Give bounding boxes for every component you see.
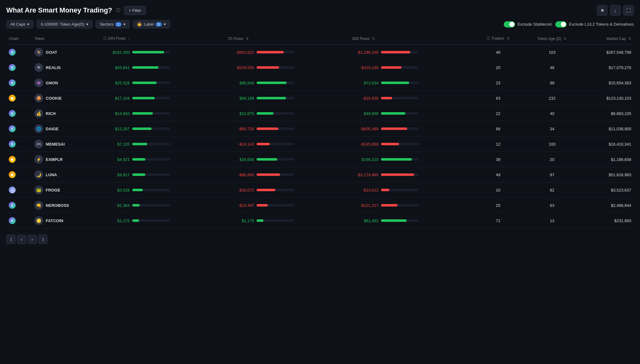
flow-30d-bar bbox=[381, 143, 399, 145]
col-token-age[interactable]: Token Age (D) ⇅ bbox=[522, 33, 582, 45]
flow-7d-value: $1,175 bbox=[228, 218, 254, 223]
age-cell: 63 bbox=[522, 198, 582, 213]
age-filter[interactable]: 0-100000 Token Age(D) ▾ bbox=[37, 20, 92, 28]
exclude-l1l2-toggle[interactable] bbox=[555, 21, 567, 27]
chain-cell: Ξ bbox=[6, 182, 32, 198]
token-name[interactable]: NEROBOSS bbox=[46, 203, 69, 208]
col-7d-flows[interactable]: 7D Flows ⇅ bbox=[225, 33, 349, 45]
flow-30d-value: -$310,165 bbox=[352, 65, 378, 70]
flow-7d-cell: -$10,497 bbox=[225, 198, 349, 213]
chain-icon: S bbox=[9, 64, 16, 71]
token-cell: 👁REALIS bbox=[32, 60, 101, 75]
table-row: S🪙FATCOIN$1,175$1,175$61,4927113$231,993 bbox=[6, 213, 634, 228]
pagination: ⟨ ‹ › ⟩ bbox=[6, 233, 634, 246]
token-name[interactable]: EXMPLR bbox=[46, 157, 62, 162]
traders-cell: 22 bbox=[474, 106, 522, 121]
traders-value: 20 bbox=[496, 65, 500, 70]
expand-button[interactable]: ⛶ bbox=[623, 5, 634, 16]
col-24h-flows[interactable]: ⓘ 24H Flows ↓ bbox=[101, 33, 225, 45]
token-name[interactable]: FATCOIN bbox=[46, 218, 63, 223]
flow-7d-value: $34,606 bbox=[228, 157, 254, 162]
first-page-button[interactable]: ⟨ bbox=[6, 235, 16, 244]
flow-7d-bar-container bbox=[257, 82, 294, 84]
download-button[interactable]: ↓ bbox=[610, 5, 621, 16]
flow-7d-bar bbox=[257, 51, 283, 53]
flow-30d-value: $49,999 bbox=[352, 111, 378, 116]
flow-24h-cell: $7,120 bbox=[101, 137, 225, 152]
label-filter[interactable]: 🤠 Label 5 ▾ bbox=[133, 20, 170, 28]
flow-7d-bar bbox=[257, 143, 270, 145]
token-name[interactable]: COOKIE bbox=[46, 96, 62, 101]
caps-filter[interactable]: All Caps ▾ bbox=[6, 20, 33, 28]
flow-7d-value: -$209,555 bbox=[228, 65, 254, 70]
flow-30d-bar-container bbox=[381, 158, 418, 161]
flow-30d-cell: -$310,165 bbox=[349, 60, 474, 75]
flow-24h-cell: $162,350 bbox=[101, 45, 225, 60]
token-cell: 🍪COOKIE bbox=[32, 91, 101, 106]
token-name[interactable]: REALIS bbox=[46, 65, 61, 70]
mcap-cell: $11,038,900 bbox=[582, 121, 634, 137]
prev-page-button[interactable]: ‹ bbox=[17, 235, 26, 244]
traders-cell: 20 bbox=[474, 60, 522, 75]
exclude-stablecoin-group: Exclude Stablecoin bbox=[504, 21, 552, 27]
star-button[interactable]: ★ bbox=[597, 5, 608, 16]
flow-24h-cell: $1,175 bbox=[101, 213, 225, 228]
chain-icon: S bbox=[9, 79, 16, 86]
chain-icon: S bbox=[9, 125, 16, 132]
flow-7d-bar bbox=[257, 112, 273, 115]
mcap-value: $17,079,276 bbox=[609, 65, 631, 70]
age-value: 34 bbox=[550, 127, 554, 131]
mcap-value: $3,523,637 bbox=[611, 188, 631, 192]
flow-7d-bar-container bbox=[257, 219, 294, 222]
flow-30d-bar bbox=[381, 112, 405, 115]
age-value: 48 bbox=[550, 65, 554, 70]
flow-30d-bar-container bbox=[381, 51, 418, 53]
flow-30d-value: $166,310 bbox=[352, 157, 378, 162]
token-name[interactable]: MEMESAI bbox=[46, 142, 65, 147]
flow-24h-cell: $3,528 bbox=[101, 182, 225, 198]
filter-btn-label: + Filter bbox=[129, 8, 141, 13]
traders-value: 10 bbox=[496, 188, 500, 192]
flow-24h-value: $1,364 bbox=[103, 203, 130, 208]
flow-7d-bar bbox=[257, 173, 280, 176]
flow-7d-bar-container bbox=[257, 158, 294, 161]
col-traders[interactable]: ⓘ Traders ⇅ bbox=[474, 33, 522, 45]
flow-7d-value: -$60,735 bbox=[228, 127, 254, 131]
traders-cell: 49 bbox=[474, 167, 522, 182]
flow-7d-bar bbox=[257, 204, 268, 207]
exclude-stablecoin-toggle[interactable] bbox=[504, 21, 515, 27]
table-row: S🎮MEMESAI$7,120-$14,143-$145,96812100$16… bbox=[6, 137, 634, 152]
col-market-cap[interactable]: Market Cap ⇅ bbox=[582, 33, 634, 45]
token-name[interactable]: DAIGE bbox=[46, 127, 58, 131]
next-page-button[interactable]: › bbox=[28, 235, 37, 244]
traders-value: 12 bbox=[496, 142, 500, 147]
token-name[interactable]: LUNA bbox=[46, 172, 57, 177]
last-page-button[interactable]: ⟩ bbox=[38, 235, 48, 244]
flow-7d-cell: $96,846 bbox=[225, 75, 349, 91]
col-30d-flows[interactable]: 30D Flows ⇅ bbox=[349, 33, 474, 45]
label-chevron: ▾ bbox=[164, 22, 166, 27]
flow-24h-value: $45,841 bbox=[103, 65, 130, 70]
token-avatar: ⚡ bbox=[34, 155, 43, 164]
age-value: 97 bbox=[550, 172, 554, 177]
sort-age-icon: ⇅ bbox=[563, 37, 567, 41]
flow-30d-cell: $72,634 bbox=[349, 75, 474, 91]
token-name[interactable]: RICH bbox=[46, 111, 56, 116]
flow-24h-bar-container bbox=[132, 173, 170, 176]
traders-cell: 10 bbox=[474, 182, 522, 198]
flow-24h-value: $4,917 bbox=[103, 172, 130, 177]
filter-button[interactable]: + Filter bbox=[124, 6, 146, 15]
flow-24h-bar-container bbox=[132, 112, 170, 115]
token-name[interactable]: GOAT bbox=[46, 50, 57, 55]
sectors-filter[interactable]: Sectors 1 ▾ bbox=[96, 20, 130, 28]
flow-30d-bar bbox=[381, 173, 414, 176]
table-row: S👾GNON$25,528$96,846$72,6342398$15,654,3… bbox=[6, 75, 634, 91]
chain-cell: S bbox=[6, 137, 32, 152]
flow-7d-bar-container bbox=[257, 127, 294, 130]
flow-30d-bar-container bbox=[381, 143, 418, 145]
mcap-cell: $1,186,658 bbox=[582, 152, 634, 167]
info-icon[interactable]: ⓘ bbox=[116, 7, 120, 13]
token-name[interactable]: FROGE bbox=[46, 188, 60, 192]
token-name[interactable]: GNON bbox=[46, 81, 58, 85]
age-value: 82 bbox=[550, 188, 554, 192]
